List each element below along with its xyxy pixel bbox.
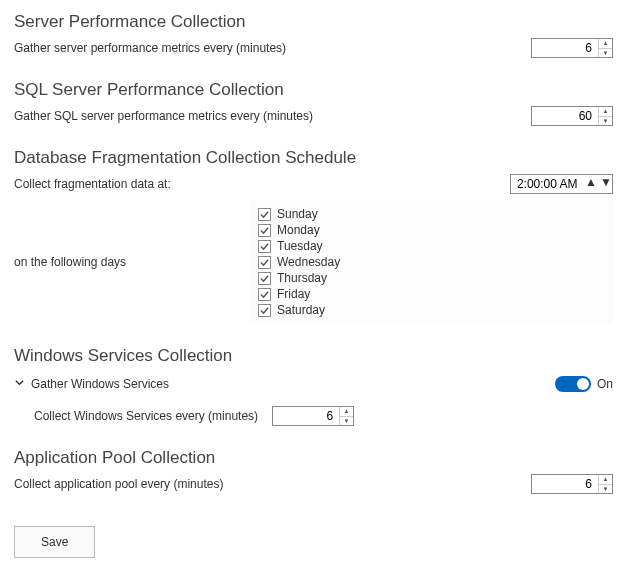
spinner-down-icon[interactable]: ▼ [600, 175, 612, 189]
spinner-up-icon[interactable]: ▲ [599, 475, 612, 485]
services-interval-label: Collect Windows Services every (minutes) [34, 409, 258, 423]
app-pool-section: Application Pool Collection Collect appl… [14, 448, 613, 494]
server-perf-input[interactable] [532, 39, 598, 57]
frag-days-label: on the following days [14, 255, 250, 269]
checkbox-sunday[interactable] [258, 208, 271, 221]
checkbox-monday[interactable] [258, 224, 271, 237]
day-label: Wednesday [277, 255, 340, 269]
app-pool-label: Collect application pool every (minutes) [14, 477, 223, 491]
day-saturday[interactable]: Saturday [258, 302, 605, 318]
spinner-up-icon[interactable]: ▲ [340, 407, 353, 417]
day-wednesday[interactable]: Wednesday [258, 254, 605, 270]
checkbox-saturday[interactable] [258, 304, 271, 317]
app-pool-spinner[interactable]: ▲ ▼ [531, 474, 613, 494]
sql-perf-label: Gather SQL server performance metrics ev… [14, 109, 313, 123]
sql-perf-spinner[interactable]: ▲ ▼ [531, 106, 613, 126]
toggle-state-label: On [597, 377, 613, 391]
spinner-up-icon[interactable]: ▲ [599, 39, 612, 49]
day-sunday[interactable]: Sunday [258, 206, 605, 222]
day-label: Saturday [277, 303, 325, 317]
spinner-down-icon[interactable]: ▼ [340, 417, 353, 426]
sql-performance-title: SQL Server Performance Collection [14, 80, 613, 100]
frag-collect-at-label: Collect fragmentation data at: [14, 177, 171, 191]
spinner-up-icon[interactable]: ▲ [599, 107, 612, 117]
frag-days-box: Sunday Monday Tuesday Wednesday Thursday… [250, 200, 613, 324]
checkbox-friday[interactable] [258, 288, 271, 301]
windows-services-title: Windows Services Collection [14, 346, 613, 366]
server-perf-label: Gather server performance metrics every … [14, 41, 286, 55]
day-monday[interactable]: Monday [258, 222, 605, 238]
day-label: Tuesday [277, 239, 323, 253]
server-performance-title: Server Performance Collection [14, 12, 613, 32]
services-interval-input[interactable] [273, 407, 339, 425]
frag-time-picker[interactable]: ▲ ▼ [510, 174, 613, 194]
chevron-down-icon[interactable] [14, 377, 25, 391]
day-thursday[interactable]: Thursday [258, 270, 605, 286]
sql-performance-section: SQL Server Performance Collection Gather… [14, 80, 613, 126]
day-label: Friday [277, 287, 310, 301]
gather-services-label: Gather Windows Services [31, 377, 169, 391]
day-label: Thursday [277, 271, 327, 285]
spinner-down-icon[interactable]: ▼ [599, 49, 612, 58]
checkbox-tuesday[interactable] [258, 240, 271, 253]
day-label: Monday [277, 223, 320, 237]
sql-perf-input[interactable] [532, 107, 598, 125]
app-pool-input[interactable] [532, 475, 598, 493]
services-interval-spinner[interactable]: ▲ ▼ [272, 406, 354, 426]
day-friday[interactable]: Friday [258, 286, 605, 302]
gather-services-toggle[interactable] [555, 376, 591, 392]
app-pool-title: Application Pool Collection [14, 448, 613, 468]
checkbox-thursday[interactable] [258, 272, 271, 285]
fragmentation-title: Database Fragmentation Collection Schedu… [14, 148, 613, 168]
fragmentation-section: Database Fragmentation Collection Schedu… [14, 148, 613, 324]
spinner-down-icon[interactable]: ▼ [599, 117, 612, 126]
day-tuesday[interactable]: Tuesday [258, 238, 605, 254]
server-perf-spinner[interactable]: ▲ ▼ [531, 38, 613, 58]
day-label: Sunday [277, 207, 318, 221]
checkbox-wednesday[interactable] [258, 256, 271, 269]
frag-time-input[interactable] [511, 175, 585, 193]
spinner-down-icon[interactable]: ▼ [599, 485, 612, 494]
windows-services-section: Windows Services Collection Gather Windo… [14, 346, 613, 426]
spinner-up-icon[interactable]: ▲ [585, 175, 597, 189]
save-button[interactable]: Save [14, 526, 95, 558]
server-performance-section: Server Performance Collection Gather ser… [14, 12, 613, 58]
